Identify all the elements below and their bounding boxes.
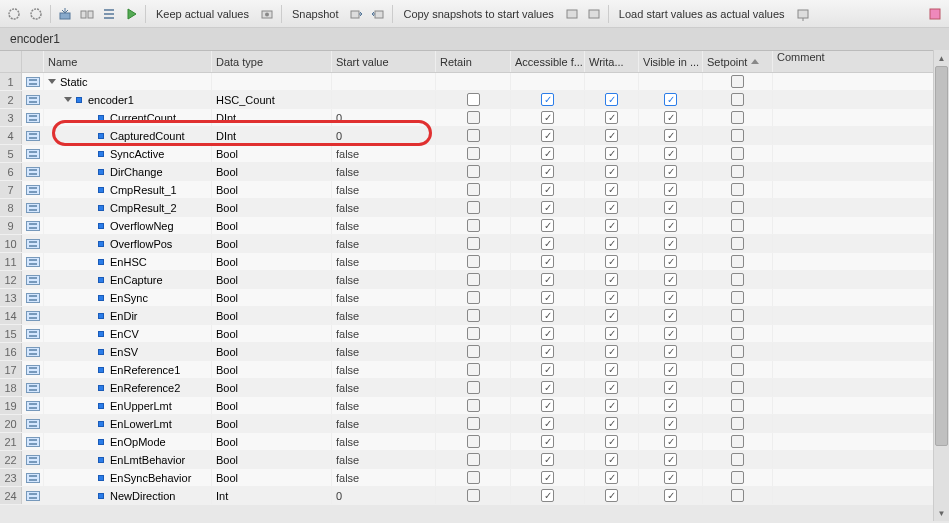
checkbox[interactable] <box>731 327 744 340</box>
checkbox[interactable] <box>541 327 554 340</box>
copy-snap-icon-1[interactable] <box>346 4 366 24</box>
list-icon[interactable] <box>99 4 119 24</box>
checkbox[interactable] <box>541 201 554 214</box>
table-row[interactable]: 6DirChangeBoolfalse <box>0 163 949 181</box>
checkbox[interactable] <box>664 381 677 394</box>
checkbox[interactable] <box>664 129 677 142</box>
table-row[interactable]: 8CmpResult_2Boolfalse <box>0 199 949 217</box>
type-cell[interactable]: HSC_Count <box>212 91 332 108</box>
checkbox[interactable] <box>605 309 618 322</box>
snapshot-label[interactable]: Snapshot <box>286 8 344 20</box>
checkbox[interactable] <box>664 237 677 250</box>
start-value-cell[interactable] <box>332 73 436 90</box>
checkbox[interactable] <box>541 435 554 448</box>
scroll-thumb[interactable] <box>935 66 948 446</box>
type-cell[interactable]: Bool <box>212 199 332 216</box>
checkbox[interactable] <box>664 399 677 412</box>
start-value-cell[interactable]: false <box>332 235 436 252</box>
checkbox[interactable] <box>731 201 744 214</box>
settings-icon[interactable] <box>925 4 945 24</box>
checkbox[interactable] <box>541 363 554 376</box>
checkbox[interactable] <box>731 345 744 358</box>
copy-snapshots-label[interactable]: Copy snapshots to start values <box>397 8 559 20</box>
table-row[interactable]: 24NewDirectionInt0 <box>0 487 949 505</box>
checkbox[interactable] <box>541 237 554 250</box>
expand-icon[interactable] <box>48 79 56 84</box>
name-cell[interactable]: SyncActive <box>44 145 212 162</box>
start-value-cell[interactable]: false <box>332 289 436 306</box>
checkbox[interactable] <box>605 93 618 106</box>
expand-icon[interactable] <box>64 97 72 102</box>
checkbox[interactable] <box>467 291 480 304</box>
table-row[interactable]: 13EnSyncBoolfalse <box>0 289 949 307</box>
table-row[interactable]: 18EnReference2Boolfalse <box>0 379 949 397</box>
checkbox[interactable] <box>664 111 677 124</box>
checkbox[interactable] <box>664 93 677 106</box>
start-value-cell[interactable]: 0 <box>332 109 436 126</box>
table-row[interactable]: 3CurrentCountDInt0 <box>0 109 949 127</box>
checkbox[interactable] <box>541 291 554 304</box>
checkbox[interactable] <box>467 219 480 232</box>
type-cell[interactable]: Bool <box>212 343 332 360</box>
checkbox[interactable] <box>541 111 554 124</box>
name-cell[interactable]: EnOpMode <box>44 433 212 450</box>
name-cell[interactable]: OverflowPos <box>44 235 212 252</box>
checkbox[interactable] <box>605 255 618 268</box>
type-cell[interactable]: Bool <box>212 451 332 468</box>
start-value-cell[interactable]: false <box>332 145 436 162</box>
checkbox[interactable] <box>731 435 744 448</box>
name-cell[interactable]: EnSyncBehavior <box>44 469 212 486</box>
type-cell[interactable]: Int <box>212 487 332 504</box>
col-writable[interactable]: Writa... <box>585 51 639 72</box>
name-cell[interactable]: CmpResult_2 <box>44 199 212 216</box>
checkbox[interactable] <box>731 363 744 376</box>
checkbox[interactable] <box>541 183 554 196</box>
checkbox[interactable] <box>664 345 677 358</box>
checkbox[interactable] <box>605 363 618 376</box>
type-cell[interactable]: Bool <box>212 271 332 288</box>
start-value-cell[interactable]: false <box>332 415 436 432</box>
checkbox[interactable] <box>605 417 618 430</box>
type-cell[interactable]: Bool <box>212 415 332 432</box>
name-cell[interactable]: EnReference2 <box>44 379 212 396</box>
start-value-cell[interactable]: false <box>332 253 436 270</box>
checkbox[interactable] <box>731 219 744 232</box>
checkbox[interactable] <box>605 471 618 484</box>
checkbox[interactable] <box>467 129 480 142</box>
checkbox[interactable] <box>731 93 744 106</box>
name-cell[interactable]: CapturedCount <box>44 127 212 144</box>
checkbox[interactable] <box>541 273 554 286</box>
checkbox[interactable] <box>731 165 744 178</box>
table-row[interactable]: 15EnCVBoolfalse <box>0 325 949 343</box>
checkbox[interactable] <box>605 147 618 160</box>
checkbox[interactable] <box>467 381 480 394</box>
type-cell[interactable]: Bool <box>212 379 332 396</box>
checkbox[interactable] <box>467 453 480 466</box>
scroll-down-icon[interactable]: ▼ <box>934 505 949 521</box>
checkbox[interactable] <box>541 399 554 412</box>
checkbox[interactable] <box>541 93 554 106</box>
checkbox[interactable] <box>664 255 677 268</box>
name-cell[interactable]: EnLowerLmt <box>44 415 212 432</box>
checkbox[interactable] <box>605 129 618 142</box>
checkbox[interactable] <box>541 165 554 178</box>
checkbox[interactable] <box>467 93 480 106</box>
col-start[interactable]: Start value <box>332 51 436 72</box>
tb-icon-1[interactable] <box>4 4 24 24</box>
vertical-scrollbar[interactable]: ▲ ▼ <box>933 50 949 521</box>
type-cell[interactable]: Bool <box>212 469 332 486</box>
scroll-up-icon[interactable]: ▲ <box>934 50 949 66</box>
checkbox[interactable] <box>541 489 554 502</box>
checkbox[interactable] <box>541 381 554 394</box>
start-value-cell[interactable]: 0 <box>332 487 436 504</box>
type-cell[interactable] <box>212 73 332 90</box>
type-cell[interactable]: Bool <box>212 289 332 306</box>
checkbox[interactable] <box>467 237 480 250</box>
table-row[interactable]: 12EnCaptureBoolfalse <box>0 271 949 289</box>
type-cell[interactable]: Bool <box>212 361 332 378</box>
col-comment[interactable]: Comment <box>773 51 949 72</box>
checkbox[interactable] <box>605 435 618 448</box>
table-row[interactable]: 4CapturedCountDInt0 <box>0 127 949 145</box>
checkbox[interactable] <box>467 111 480 124</box>
checkbox[interactable] <box>731 471 744 484</box>
